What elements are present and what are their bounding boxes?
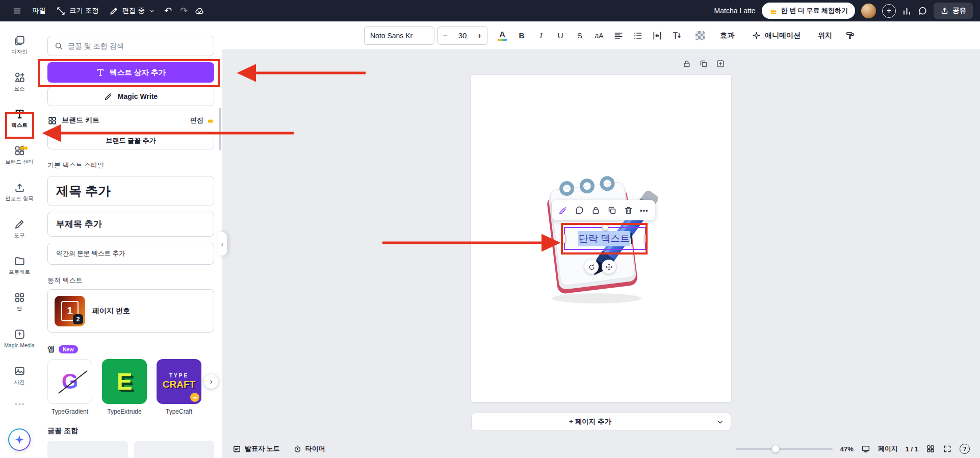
effects-button[interactable]: 효과 [715, 27, 739, 44]
animate-button[interactable]: 애니메이션 [746, 27, 806, 44]
presenter-notes-label: 발표자 노트 [245, 444, 280, 453]
redo-button[interactable]: ↷ [176, 4, 192, 17]
selected-text[interactable]: 단락 텍스트 [578, 231, 630, 246]
font-family-value: Noto Sans Kr [370, 32, 412, 40]
sidebar-item-tools[interactable]: 도구 [1, 210, 38, 247]
add-page-dropdown-button[interactable] [709, 413, 731, 430]
selection-right-handle[interactable] [644, 234, 648, 243]
add-textbox-button[interactable]: 텍스트 상자 추가 [47, 62, 214, 83]
panel-scrollbar[interactable] [219, 108, 221, 150]
page-number-card[interactable]: 1 2 페이지 번호 [47, 289, 214, 333]
free-trial-button[interactable]: 한 번 더 무료 체험하기 [762, 3, 855, 19]
add-page-button[interactable]: + 페이지 추가 [472, 413, 709, 430]
grid-view-icon[interactable] [926, 444, 935, 453]
avatar[interactable] [861, 4, 876, 18]
presenter-notes-button[interactable]: 발표자 노트 [233, 444, 280, 453]
app-tile-typegradient[interactable]: G [47, 359, 92, 404]
editing-mode-button[interactable]: 편집 중 [104, 3, 160, 19]
add-brand-font-button[interactable]: 브랜드 글꼴 추가 [47, 132, 214, 149]
paint-roller-icon [845, 31, 855, 41]
bold-button[interactable]: B [514, 28, 529, 44]
pages-icon[interactable] [861, 444, 870, 453]
pages-label[interactable]: 페이지 [878, 444, 898, 453]
apps-scroll-right-button[interactable]: › [204, 374, 218, 389]
sidebar-item-uploads[interactable]: 업로드 항목 [1, 173, 38, 210]
search-input[interactable] [68, 42, 208, 50]
text-case-button[interactable]: aA [591, 28, 607, 44]
app-tile-typeextrude[interactable]: E [102, 359, 147, 404]
font-size-increase-button[interactable]: + [477, 31, 482, 40]
sidebar-item-text[interactable]: 텍스트 [1, 100, 38, 137]
selection-left-handle[interactable] [562, 234, 566, 243]
sidebar-item-projects[interactable]: 프로젝트 [1, 247, 38, 284]
zoom-value[interactable]: 47% [840, 445, 854, 453]
selection-top-handle[interactable] [602, 224, 608, 231]
zoom-slider[interactable] [736, 445, 833, 453]
font-combo-card[interactable] [134, 441, 215, 458]
duplicate-icon[interactable] [607, 206, 617, 215]
letter-spacing-button[interactable] [650, 28, 665, 44]
main-menu-button[interactable] [7, 3, 27, 19]
magic-write-button[interactable]: Magic Write [47, 87, 214, 106]
comment-icon[interactable] [575, 206, 584, 215]
timer-button[interactable]: 타이머 [293, 444, 325, 453]
position-button[interactable]: 위치 [813, 27, 837, 44]
sidebar-item-elements[interactable]: 요소 [1, 63, 38, 100]
undo-button[interactable]: ↶ [160, 4, 176, 17]
subheading-style-label: 부제목 추가 [56, 218, 102, 230]
magic-edit-icon[interactable] [558, 206, 568, 215]
font-search[interactable] [47, 36, 214, 56]
copy-style-button[interactable] [842, 28, 858, 44]
animate-label: 애니메이션 [765, 31, 801, 40]
apps-tiles-row: G E TYPE CRAFT › [47, 359, 214, 404]
font-size-decrease-button[interactable]: − [443, 31, 448, 40]
font-combo-card[interactable] [47, 441, 128, 458]
help-button[interactable]: ? [960, 444, 970, 454]
sidebar-item-apps[interactable]: 앱 [1, 284, 38, 320]
sidebar-item-design[interactable]: 디자인 [1, 27, 38, 63]
sidebar-item-label: 도구 [14, 233, 25, 239]
app-tile-typecraft[interactable]: TYPE CRAFT [157, 359, 201, 404]
brand-kit-edit-link[interactable]: 편집 [190, 116, 214, 125]
subheading-style-card[interactable]: 부제목 추가 [47, 212, 214, 237]
sidebar-item-brand-center[interactable]: 브랜드 센터 [1, 137, 38, 173]
add-page-icon[interactable] [716, 59, 725, 68]
text-color-button[interactable]: A [495, 28, 510, 44]
lock-page-icon[interactable] [682, 59, 691, 68]
design-page[interactable]: ••• 단락 텍스트 [471, 75, 731, 402]
canvas-text-element[interactable]: 단락 텍스트 [564, 227, 646, 250]
move-handle[interactable] [602, 260, 616, 274]
trash-icon[interactable] [624, 206, 633, 215]
canva-assistant-button[interactable] [8, 428, 31, 451]
resize-label: 크기 조정 [69, 6, 99, 15]
file-menu-button[interactable]: 파일 [27, 3, 51, 18]
italic-button[interactable]: I [533, 28, 549, 44]
zoom-slider-knob[interactable] [771, 445, 780, 453]
font-family-select[interactable]: Noto Sans Kr [364, 27, 434, 45]
alignment-button[interactable] [611, 28, 626, 44]
panel-collapse-button[interactable]: ‹ [218, 232, 227, 256]
more-options-button[interactable]: ••• [640, 207, 649, 214]
add-member-button[interactable]: + [882, 4, 896, 18]
fullscreen-icon[interactable] [943, 444, 952, 453]
body-style-card[interactable]: 약간의 본문 텍스트 추가 [47, 243, 214, 265]
strikethrough-button[interactable]: S [572, 28, 587, 44]
list-button[interactable] [630, 28, 646, 44]
comments-icon[interactable] [918, 6, 927, 16]
share-button[interactable]: 공유 [934, 3, 973, 19]
duplicate-page-icon[interactable] [699, 59, 708, 68]
design-title[interactable]: Matcha Latte [714, 7, 756, 15]
lock-icon[interactable] [591, 206, 601, 215]
sidebar-item-magic-media[interactable]: Magic Media [1, 320, 38, 357]
brand-kit-row[interactable]: 브랜드 키트 편집 [47, 114, 214, 126]
insights-chart-icon[interactable] [902, 6, 912, 16]
rotate-handle[interactable] [584, 260, 599, 274]
heading-style-card[interactable]: 제목 추가 [47, 176, 214, 206]
underline-button[interactable]: U [553, 28, 568, 44]
transparency-button[interactable] [692, 28, 708, 44]
resize-button[interactable]: 크기 조정 [51, 3, 104, 19]
font-size-value[interactable]: 30 [458, 31, 467, 40]
vertical-text-button[interactable] [669, 28, 684, 44]
sidebar-item-photos[interactable]: 사진 [1, 357, 38, 394]
apps-section-header: 앱 New [47, 345, 214, 354]
